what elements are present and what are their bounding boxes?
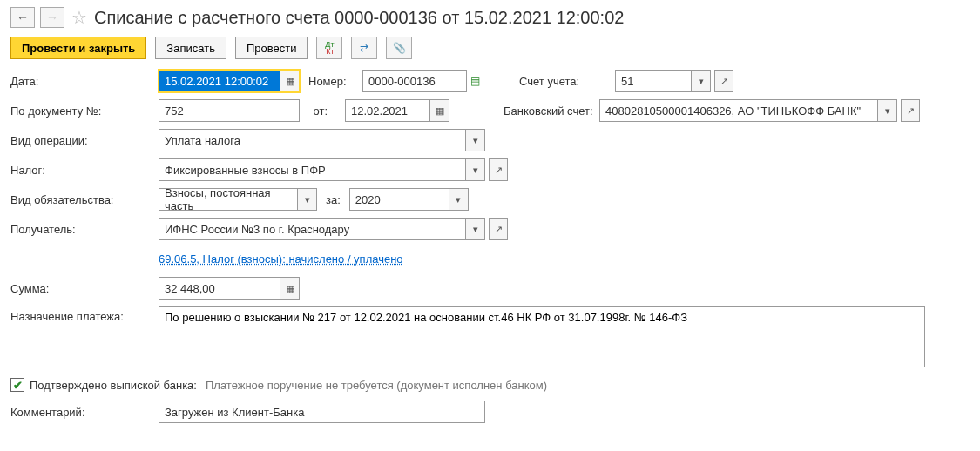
purpose-textarea[interactable]: По решению о взыскании № 217 от 12.02.20…: [159, 306, 925, 367]
liability-type-dropdown-button[interactable]: ▾: [298, 188, 317, 211]
open-icon: ↗: [907, 105, 915, 117]
confirmed-note: Платежное поручение не требуется (докуме…: [206, 379, 547, 392]
number-input[interactable]: 0000-000136: [362, 70, 467, 92]
recipient-input[interactable]: ИФНС России №3 по г. Краснодару: [159, 218, 466, 240]
number-label: Номер:: [308, 75, 354, 88]
submit-button[interactable]: Провести: [235, 37, 308, 59]
recipient-open-button[interactable]: ↗: [489, 218, 508, 240]
by-doc-no-input[interactable]: 752: [159, 99, 300, 122]
attach-button[interactable]: 📎: [386, 37, 412, 59]
account-dropdown-button[interactable]: ▾: [692, 70, 711, 92]
tax-open-button[interactable]: ↗: [489, 158, 508, 181]
account-open-button[interactable]: ↗: [714, 70, 733, 92]
chevron-down-icon: ▾: [305, 194, 310, 205]
bank-account-dropdown-button[interactable]: ▾: [878, 99, 897, 122]
bank-account-label: Банковский счет:: [504, 104, 599, 118]
chevron-down-icon: ▾: [699, 76, 704, 87]
calendar-icon: ▦: [436, 105, 444, 117]
chevron-down-icon: ▾: [473, 135, 478, 146]
for-year-dropdown-button[interactable]: ▾: [449, 188, 469, 211]
amount-label: Сумма:: [10, 282, 159, 295]
page-title: Списание с расчетного счета 0000-000136 …: [94, 8, 624, 28]
account-input[interactable]: 51: [615, 70, 692, 92]
debit-credit-icon: ДтКт: [325, 41, 334, 55]
tax-dropdown-button[interactable]: ▾: [466, 158, 485, 181]
comment-input[interactable]: Загружен из Клиент-Банка: [159, 401, 485, 423]
date-input[interactable]: 15.02.2021 12:00:02: [159, 70, 280, 92]
confirmed-checkbox[interactable]: ✔: [10, 378, 24, 392]
bank-account-open-button[interactable]: ↗: [901, 99, 920, 122]
calculator-icon: ▦: [286, 283, 294, 294]
recipient-dropdown-button[interactable]: ▾: [466, 218, 485, 240]
group-status-icon: ▤: [470, 75, 480, 87]
comment-label: Комментарий:: [10, 406, 159, 419]
favorite-star-icon[interactable]: ☆: [71, 7, 87, 28]
from-label: от:: [308, 104, 328, 118]
create-based-on-button[interactable]: ⇄: [351, 37, 377, 59]
tax-label: Налог:: [10, 164, 159, 177]
chevron-down-icon: ▾: [456, 194, 461, 205]
nav-forward-button[interactable]: →: [40, 7, 64, 28]
link-docs-icon: ⇄: [360, 42, 368, 54]
submit-and-close-button[interactable]: Провести и закрыть: [10, 37, 146, 59]
chevron-down-icon: ▾: [473, 165, 478, 176]
by-doc-no-label: По документу №:: [10, 104, 159, 118]
open-icon: ↗: [495, 224, 503, 235]
op-type-dropdown-button[interactable]: ▾: [466, 129, 485, 151]
kbk-link[interactable]: 69.06.5, Налог (взносы): начислено / упл…: [159, 252, 403, 266]
recipient-label: Получатель:: [10, 223, 159, 236]
date-picker-button[interactable]: ▦: [280, 70, 300, 92]
save-button[interactable]: Записать: [155, 37, 226, 59]
account-label: Счет учета:: [519, 75, 615, 88]
debit-credit-button[interactable]: ДтКт: [316, 37, 342, 59]
for-year-input[interactable]: 2020: [349, 188, 449, 211]
paperclip-icon: 📎: [393, 42, 406, 54]
liability-type-label: Вид обязательства:: [10, 193, 159, 206]
open-icon: ↗: [495, 165, 503, 176]
chevron-down-icon: ▾: [473, 224, 478, 235]
tax-input[interactable]: Фиксированные взносы в ПФР: [159, 158, 466, 181]
from-date-input[interactable]: 12.02.2021: [345, 99, 430, 122]
date-label: Дата:: [10, 75, 159, 88]
chevron-down-icon: ▾: [885, 105, 890, 117]
op-type-label: Вид операции:: [10, 134, 159, 147]
from-date-picker-button[interactable]: ▦: [430, 99, 449, 122]
for-label: за:: [326, 193, 341, 206]
calendar-icon: ▦: [286, 76, 294, 87]
amount-input[interactable]: 32 448,00: [159, 277, 280, 300]
purpose-label: Назначение платежа:: [10, 306, 159, 323]
amount-calc-button[interactable]: ▦: [280, 277, 300, 300]
open-icon: ↗: [720, 76, 728, 87]
liability-type-input[interactable]: Взносы, постоянная часть: [159, 188, 298, 211]
op-type-input[interactable]: Уплата налога: [159, 129, 466, 151]
confirmed-label: Подтверждено выпиской банка:: [30, 379, 197, 392]
nav-back-button[interactable]: ←: [10, 7, 35, 28]
bank-account-input[interactable]: 40802810500001406326, АО "ТИНЬКОФФ БАНК": [599, 99, 878, 122]
